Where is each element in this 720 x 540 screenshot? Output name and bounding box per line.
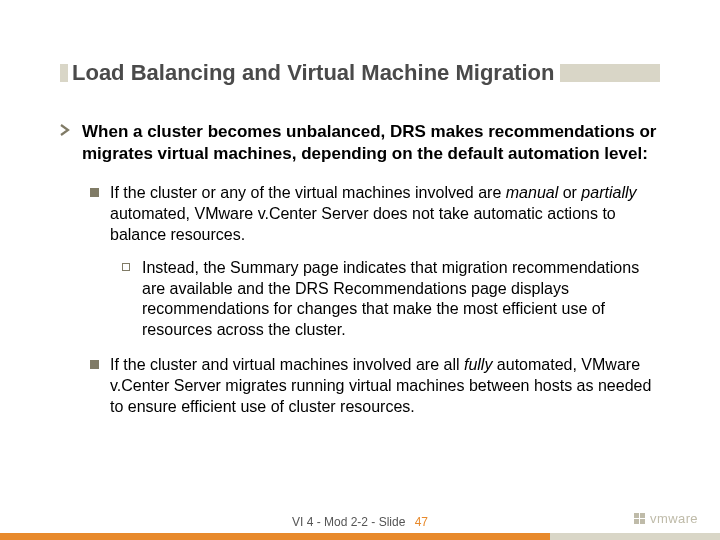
- bullet-level3: Instead, the Summary page indicates that…: [122, 258, 660, 341]
- l2a-em2: partially: [581, 184, 636, 201]
- level2a-text: If the cluster or any of the virtual mac…: [110, 183, 660, 245]
- l2a-mid: or: [558, 184, 581, 201]
- hollow-square-bullet-icon: [122, 263, 142, 341]
- level2b-text: If the cluster and virtual machines invo…: [110, 355, 660, 417]
- level1-text: When a cluster becomes unbalanced, DRS m…: [82, 121, 660, 165]
- square-bullet-icon: [90, 360, 110, 417]
- vmware-logo: vmware: [634, 511, 698, 526]
- slide-number: 47: [415, 515, 428, 529]
- footer-bar: [0, 533, 720, 540]
- bullet-level2-b: If the cluster and virtual machines invo…: [90, 355, 660, 417]
- footer-label: VI 4 - Mod 2-2 - Slide: [292, 515, 405, 529]
- footer: VI 4 - Mod 2-2 - Slide 47 vmware: [0, 506, 720, 540]
- footer-meta: VI 4 - Mod 2-2 - Slide 47: [0, 515, 720, 529]
- logo-text: vmware: [650, 511, 698, 526]
- l2a-pre: If the cluster or any of the virtual mac…: [110, 184, 506, 201]
- square-bullet-icon: [90, 188, 110, 245]
- slide: Load Balancing and Virtual Machine Migra…: [0, 0, 720, 540]
- bullet-level1: When a cluster becomes unbalanced, DRS m…: [60, 121, 660, 165]
- title-row: Load Balancing and Virtual Machine Migra…: [60, 60, 660, 85]
- logo-boxes-icon: [634, 513, 645, 524]
- l2a-em1: manual: [506, 184, 558, 201]
- title-accent-right: [560, 64, 660, 82]
- l2b-em1: fully: [464, 356, 492, 373]
- chevron-icon: [60, 124, 82, 165]
- slide-title: Load Balancing and Virtual Machine Migra…: [72, 60, 554, 85]
- title-accent-left: [60, 64, 68, 82]
- bullet-level2-a: If the cluster or any of the virtual mac…: [90, 183, 660, 245]
- l2a-post: automated, VMware v.Center Server does n…: [110, 205, 616, 243]
- l2b-pre: If the cluster and virtual machines invo…: [110, 356, 464, 373]
- level3-text: Instead, the Summary page indicates that…: [142, 258, 660, 341]
